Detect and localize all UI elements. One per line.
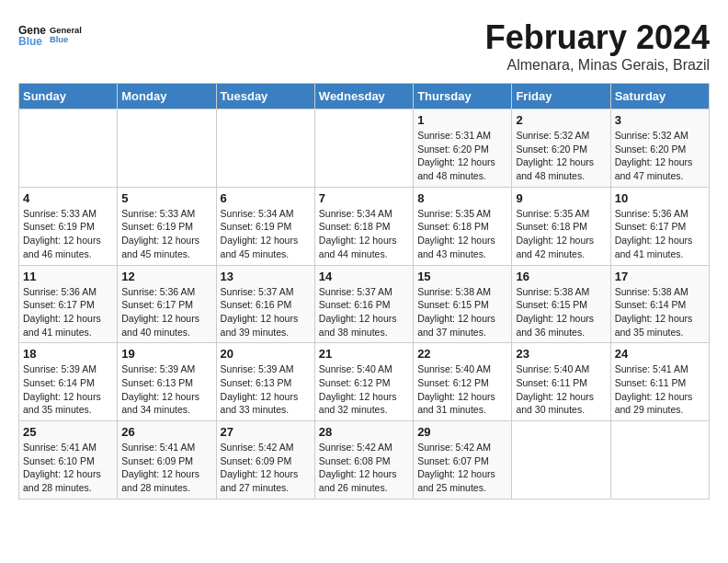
- day-cell: 29Sunrise: 5:42 AMSunset: 6:07 PMDayligh…: [414, 421, 512, 500]
- day-info: Sunrise: 5:42 AMSunset: 6:09 PMDaylight:…: [221, 441, 311, 495]
- day-number: 5: [121, 191, 211, 205]
- week-row-1: 1Sunrise: 5:31 AMSunset: 6:20 PMDaylight…: [19, 109, 710, 188]
- day-cell: [19, 109, 118, 188]
- day-number: 16: [516, 270, 606, 283]
- day-cell: 28Sunrise: 5:42 AMSunset: 6:08 PMDayligh…: [314, 421, 413, 500]
- day-cell: 1Sunrise: 5:31 AMSunset: 6:20 PMDaylight…: [414, 109, 512, 188]
- day-number: 21: [319, 347, 409, 361]
- day-cell: 3Sunrise: 5:32 AMSunset: 6:20 PMDaylight…: [610, 109, 709, 188]
- day-cell: 26Sunrise: 5:41 AMSunset: 6:09 PMDayligh…: [118, 421, 216, 500]
- day-info: Sunrise: 5:37 AMSunset: 6:16 PMDaylight:…: [221, 285, 311, 339]
- day-number: 12: [121, 270, 211, 283]
- day-info: Sunrise: 5:38 AMSunset: 6:15 PMDaylight:…: [417, 285, 507, 339]
- day-number: 22: [417, 347, 507, 361]
- day-info: Sunrise: 5:32 AMSunset: 6:20 PMDaylight:…: [516, 129, 606, 183]
- col-header-tuesday: Tuesday: [216, 84, 314, 109]
- day-cell: 2Sunrise: 5:32 AMSunset: 6:20 PMDaylight…: [512, 109, 610, 188]
- day-number: 23: [516, 347, 606, 361]
- page-subtitle: Almenara, Minas Gerais, Brazil: [485, 57, 710, 74]
- col-header-wednesday: Wednesday: [314, 84, 413, 109]
- calendar-table: SundayMondayTuesdayWednesdayThursdayFrid…: [18, 83, 710, 500]
- day-number: 6: [221, 191, 311, 205]
- week-row-4: 18Sunrise: 5:39 AMSunset: 6:14 PMDayligh…: [19, 343, 710, 421]
- day-number: 15: [417, 270, 507, 283]
- day-number: 28: [319, 425, 409, 439]
- day-info: Sunrise: 5:35 AMSunset: 6:18 PMDaylight:…: [516, 207, 606, 261]
- day-cell: 5Sunrise: 5:33 AMSunset: 6:19 PMDaylight…: [118, 187, 216, 265]
- day-number: 4: [23, 191, 113, 205]
- day-number: 24: [615, 347, 705, 361]
- day-info: Sunrise: 5:39 AMSunset: 6:14 PMDaylight:…: [23, 362, 113, 417]
- day-cell: 19Sunrise: 5:39 AMSunset: 6:13 PMDayligh…: [118, 343, 216, 421]
- day-number: 3: [615, 113, 705, 127]
- day-info: Sunrise: 5:36 AMSunset: 6:17 PMDaylight:…: [615, 207, 705, 261]
- day-cell: 17Sunrise: 5:38 AMSunset: 6:14 PMDayligh…: [610, 265, 709, 343]
- day-number: 26: [121, 425, 211, 439]
- day-number: 18: [23, 347, 113, 361]
- day-number: 13: [221, 270, 311, 283]
- day-number: 8: [417, 191, 507, 205]
- day-number: 29: [417, 425, 507, 439]
- day-cell: 12Sunrise: 5:36 AMSunset: 6:17 PMDayligh…: [118, 265, 216, 343]
- day-info: Sunrise: 5:39 AMSunset: 6:13 PMDaylight:…: [121, 362, 211, 417]
- day-info: Sunrise: 5:36 AMSunset: 6:17 PMDaylight:…: [121, 285, 211, 339]
- day-cell: 22Sunrise: 5:40 AMSunset: 6:12 PMDayligh…: [414, 343, 512, 421]
- title-block: February 2024 Almenara, Minas Gerais, Br…: [485, 18, 710, 74]
- day-info: Sunrise: 5:42 AMSunset: 6:07 PMDaylight:…: [417, 441, 507, 495]
- day-number: 1: [417, 113, 507, 127]
- day-cell: 20Sunrise: 5:39 AMSunset: 6:13 PMDayligh…: [216, 343, 314, 421]
- day-info: Sunrise: 5:37 AMSunset: 6:16 PMDaylight:…: [319, 285, 409, 339]
- day-number: 10: [615, 191, 705, 205]
- day-info: Sunrise: 5:38 AMSunset: 6:14 PMDaylight:…: [615, 285, 705, 339]
- day-info: Sunrise: 5:41 AMSunset: 6:11 PMDaylight:…: [615, 362, 705, 417]
- col-header-sunday: Sunday: [19, 84, 118, 109]
- week-row-5: 25Sunrise: 5:41 AMSunset: 6:10 PMDayligh…: [19, 421, 710, 500]
- day-cell: [118, 109, 216, 188]
- day-info: Sunrise: 5:40 AMSunset: 6:12 PMDaylight:…: [417, 362, 507, 417]
- day-cell: 7Sunrise: 5:34 AMSunset: 6:18 PMDaylight…: [314, 187, 413, 265]
- day-number: 25: [23, 425, 113, 439]
- day-cell: 13Sunrise: 5:37 AMSunset: 6:16 PMDayligh…: [216, 265, 314, 343]
- logo-graphic: General Blue: [50, 18, 96, 51]
- logo: General Blue General Blue: [18, 18, 96, 51]
- day-number: 19: [121, 347, 211, 361]
- day-info: Sunrise: 5:42 AMSunset: 6:08 PMDaylight:…: [319, 441, 409, 495]
- day-cell: 27Sunrise: 5:42 AMSunset: 6:09 PMDayligh…: [216, 421, 314, 500]
- day-info: Sunrise: 5:40 AMSunset: 6:11 PMDaylight:…: [516, 362, 606, 417]
- day-info: Sunrise: 5:40 AMSunset: 6:12 PMDaylight:…: [319, 362, 409, 417]
- page-title: February 2024: [485, 18, 710, 57]
- week-row-3: 11Sunrise: 5:36 AMSunset: 6:17 PMDayligh…: [19, 265, 710, 343]
- svg-text:Blue: Blue: [18, 35, 42, 48]
- day-cell: 14Sunrise: 5:37 AMSunset: 6:16 PMDayligh…: [314, 265, 413, 343]
- day-cell: 15Sunrise: 5:38 AMSunset: 6:15 PMDayligh…: [414, 265, 512, 343]
- day-cell: 21Sunrise: 5:40 AMSunset: 6:12 PMDayligh…: [314, 343, 413, 421]
- day-info: Sunrise: 5:31 AMSunset: 6:20 PMDaylight:…: [417, 129, 507, 183]
- day-cell: 24Sunrise: 5:41 AMSunset: 6:11 PMDayligh…: [610, 343, 709, 421]
- day-cell: 8Sunrise: 5:35 AMSunset: 6:18 PMDaylight…: [414, 187, 512, 265]
- day-info: Sunrise: 5:35 AMSunset: 6:18 PMDaylight:…: [417, 207, 507, 261]
- day-info: Sunrise: 5:38 AMSunset: 6:15 PMDaylight:…: [516, 285, 606, 339]
- day-cell: 10Sunrise: 5:36 AMSunset: 6:17 PMDayligh…: [610, 187, 709, 265]
- page-header: General Blue General Blue February 2024 …: [18, 18, 710, 74]
- day-cell: 16Sunrise: 5:38 AMSunset: 6:15 PMDayligh…: [512, 265, 610, 343]
- day-info: Sunrise: 5:34 AMSunset: 6:18 PMDaylight:…: [319, 207, 409, 261]
- day-number: 2: [516, 113, 606, 127]
- svg-text:Blue: Blue: [50, 35, 68, 44]
- day-cell: 4Sunrise: 5:33 AMSunset: 6:19 PMDaylight…: [19, 187, 118, 265]
- day-number: 14: [319, 270, 409, 283]
- day-info: Sunrise: 5:39 AMSunset: 6:13 PMDaylight:…: [221, 362, 311, 417]
- svg-marker-5: [91, 24, 96, 29]
- col-header-monday: Monday: [118, 84, 216, 109]
- day-number: 7: [319, 191, 409, 205]
- day-cell: 25Sunrise: 5:41 AMSunset: 6:10 PMDayligh…: [19, 421, 118, 500]
- day-info: Sunrise: 5:33 AMSunset: 6:19 PMDaylight:…: [121, 207, 211, 261]
- day-info: Sunrise: 5:33 AMSunset: 6:19 PMDaylight:…: [23, 207, 113, 261]
- day-number: 20: [221, 347, 311, 361]
- col-header-saturday: Saturday: [610, 84, 709, 109]
- day-number: 11: [23, 270, 113, 283]
- day-cell: 23Sunrise: 5:40 AMSunset: 6:11 PMDayligh…: [512, 343, 610, 421]
- svg-text:General: General: [50, 26, 82, 35]
- day-info: Sunrise: 5:41 AMSunset: 6:10 PMDaylight:…: [23, 441, 113, 495]
- col-header-friday: Friday: [512, 84, 610, 109]
- day-cell: [216, 109, 314, 188]
